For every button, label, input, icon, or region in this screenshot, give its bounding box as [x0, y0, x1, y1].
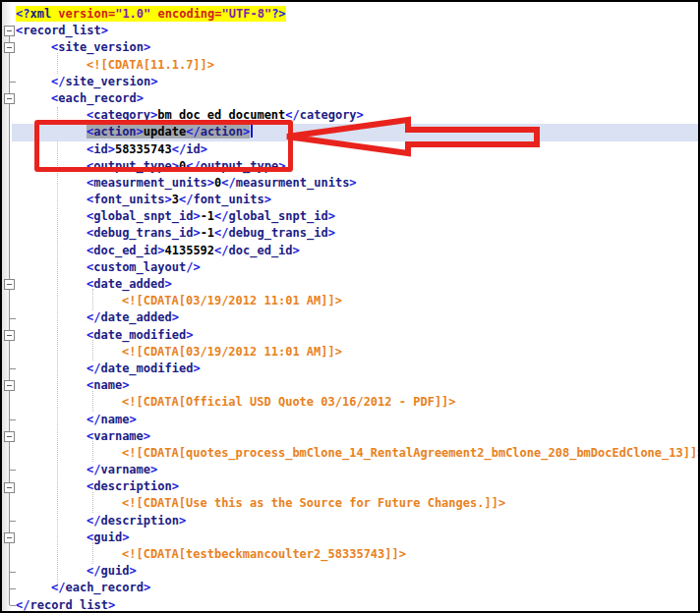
collapse-toggle-icon[interactable]	[4, 482, 15, 493]
code-segment: doc_ed_id	[229, 244, 293, 257]
xml-line[interactable]: <![CDATA[03/19/2012 11:01 AM]]>	[2, 293, 698, 309]
code-segment: name	[93, 378, 122, 392]
code-segment: date_added	[100, 310, 171, 324]
code-segment: >	[179, 514, 186, 528]
code-segment: ?>	[271, 7, 285, 21]
collapse-toggle-icon[interactable]	[4, 532, 15, 543]
tree-tick	[10, 419, 16, 420]
cdata-segment: <![CDATA[testbeckmancoulter2_58335743]]>	[122, 547, 406, 561]
xml-line[interactable]: <custom_layout/>	[2, 259, 698, 276]
xml-line[interactable]: </record_list>	[2, 597, 698, 613]
code-segment: >	[193, 362, 200, 375]
collapse-toggle-icon[interactable]	[4, 330, 15, 341]
code-segment: >	[129, 413, 136, 426]
code-segment: 3	[172, 193, 179, 206]
annotation-arrow-icon	[280, 115, 544, 160]
code-segment: /	[221, 244, 228, 257]
xml-line[interactable]: <![CDATA[11.1.7]]>	[2, 57, 698, 74]
xml-line[interactable]: </description>	[2, 513, 698, 529]
collapse-toggle-icon[interactable]	[4, 26, 15, 36]
code-segment: font_units	[193, 193, 263, 206]
cdata-segment: <![CDATA[11.1.7]]>	[87, 58, 214, 72]
code-segment: /	[221, 209, 228, 223]
xml-line[interactable]: <![CDATA[quotes_process_bmClone_14_Renta…	[2, 445, 698, 462]
code-segment: >	[144, 40, 150, 54]
xml-line[interactable]: </date_added>	[2, 309, 698, 326]
code-segment: >	[207, 176, 214, 190]
xml-line[interactable]: <![CDATA[testbeckmancoulter2_58335743]]>	[2, 546, 698, 563]
code-segment: >	[172, 479, 179, 493]
code-segment: <?	[16, 7, 29, 21]
code-segment: /	[229, 176, 236, 190]
xml-line[interactable]: <measurment_units>0</measurment_units>	[2, 175, 698, 192]
xml-line[interactable]: <site_version>	[2, 39, 698, 56]
collapse-toggle-icon[interactable]	[4, 279, 15, 290]
xml-code-area[interactable]: <?xml version="1.0" encoding="UTF-8"?><r…	[2, 6, 698, 613]
code-segment: -1	[201, 209, 214, 223]
code-segment: >	[328, 209, 335, 223]
code-segment: >	[137, 91, 144, 105]
xml-line[interactable]: <debug_trans_id>-1</debug_trans_id>	[2, 225, 698, 242]
xml-line[interactable]: <record_list>	[2, 23, 698, 39]
xml-line[interactable]: </name>	[2, 412, 698, 428]
xml-line[interactable]: <![CDATA[Use this as the Source for Futu…	[2, 495, 698, 512]
xml-line[interactable]: <name>	[2, 377, 698, 394]
code-segment: font_units	[93, 193, 164, 206]
xml-line[interactable]: <date_modified>	[2, 327, 698, 344]
code-segment: debug_trans_id	[229, 226, 328, 240]
code-segment: varname	[100, 463, 150, 476]
xml-line[interactable]: </site_version>	[2, 74, 698, 90]
code-segment: date_added	[93, 277, 164, 291]
xml-line[interactable]: <![CDATA[03/19/2012 11:01 AM]]>	[2, 344, 698, 361]
tree-tick	[10, 521, 16, 522]
code-segment: >	[172, 310, 179, 324]
xml-line[interactable]: <font_units>3</font_units>	[2, 192, 698, 208]
xml-line[interactable]: </date_modified>	[2, 361, 698, 377]
code-segment: xml	[29, 7, 51, 21]
code-segment: site_version	[65, 75, 150, 88]
xml-line[interactable]: <date_added>	[2, 276, 698, 293]
tree-tick	[10, 588, 16, 589]
collapse-toggle-icon[interactable]	[4, 380, 15, 391]
code-segment: >	[150, 463, 157, 476]
tree-tick	[10, 368, 16, 369]
code-segment: >	[193, 260, 200, 274]
code-segment: global_snpt_id	[93, 209, 193, 223]
cdata-segment: <![CDATA[03/19/2012 11:01 AM]]>	[122, 345, 342, 359]
code-segment: >	[193, 209, 200, 223]
tree-tick	[10, 82, 16, 83]
xml-line[interactable]: <![CDATA[Official USD Quote 03/16/2012 -…	[2, 394, 698, 411]
code-segment: 4135592	[165, 244, 215, 257]
xml-line[interactable]: <description>	[2, 478, 698, 495]
collapse-toggle-icon[interactable]	[4, 42, 15, 53]
code-segment: date_modified	[93, 328, 186, 342]
xml-viewer-window: <?xml version="1.0" encoding="UTF-8"?><r…	[0, 0, 700, 613]
xml-line[interactable]: <each_record>	[2, 90, 698, 107]
xml-line[interactable]: <guid>	[2, 529, 698, 546]
xml-line[interactable]: <varname>	[2, 428, 698, 445]
xml-line[interactable]: </varname>	[2, 462, 698, 478]
xml-line[interactable]: <doc_ed_id>4135592</doc_ed_id>	[2, 243, 698, 259]
code-segment: record_list	[29, 598, 107, 612]
code-segment: >	[129, 564, 136, 578]
code-segment: encoding=	[150, 7, 221, 21]
xml-line[interactable]: <?xml version="1.0" encoding="UTF-8"?>	[2, 6, 698, 23]
tree-tick	[10, 470, 16, 471]
xml-line[interactable]: <global_snpt_id>-1</global_snpt_id>	[2, 208, 698, 225]
collapse-toggle-icon[interactable]	[4, 93, 15, 104]
code-segment: >	[122, 530, 129, 544]
cdata-segment: <![CDATA[Use this as the Source for Futu…	[122, 496, 505, 510]
code-segment: global_snpt_id	[229, 209, 328, 223]
code-segment: varname	[93, 429, 144, 443]
xml-line[interactable]: </each_record>	[2, 580, 698, 596]
code-segment: >	[144, 581, 150, 594]
code-segment: "UTF-8"	[222, 7, 272, 21]
tree-tick	[10, 572, 16, 573]
xml-line[interactable]: </guid>	[2, 563, 698, 580]
annotation-box	[34, 120, 293, 172]
code-segment: debug_trans_id	[93, 226, 193, 240]
code-segment: description	[93, 479, 171, 493]
collapse-toggle-icon[interactable]	[4, 431, 15, 442]
cdata-segment: <![CDATA[03/19/2012 11:01 AM]]>	[122, 294, 342, 307]
code-segment: date_modified	[100, 362, 193, 375]
